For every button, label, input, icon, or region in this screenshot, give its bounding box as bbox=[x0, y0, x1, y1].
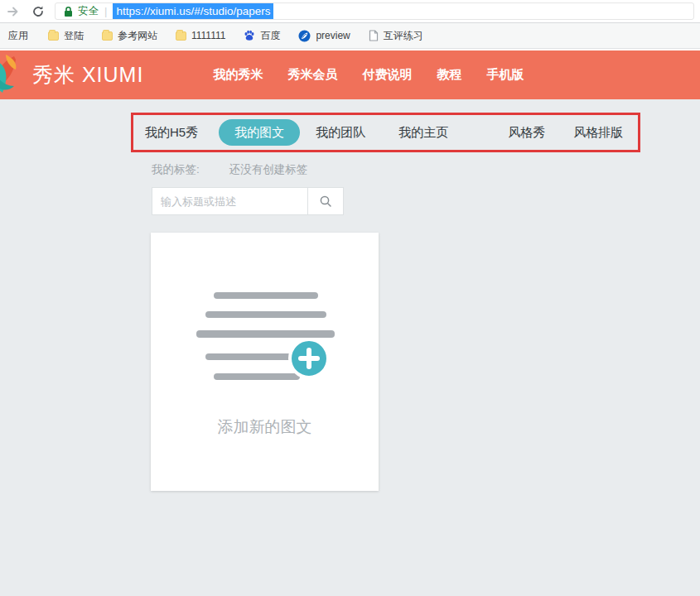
secure-lock-icon bbox=[64, 6, 73, 17]
secure-label: 安全 bbox=[78, 4, 99, 18]
forward-arrow-icon bbox=[7, 5, 20, 18]
page-icon bbox=[369, 30, 379, 41]
studio-tabs-highlighted: 我的H5秀 我的图文 我的团队 我的主页 风格秀 风格排版 bbox=[131, 113, 640, 152]
apps-label[interactable]: 应用 bbox=[8, 29, 28, 43]
text-line bbox=[196, 330, 335, 338]
bookmark-label: preview bbox=[316, 30, 350, 41]
url-text-selected[interactable]: https://xiumi.us/#/studio/papers bbox=[113, 3, 273, 19]
address-separator: | bbox=[104, 5, 107, 17]
bookmark-folder-reference[interactable]: 参考网站 bbox=[102, 29, 157, 43]
address-bar[interactable]: 安全 | https://xiumi.us/#/studio/papers bbox=[55, 2, 694, 20]
bookmark-folder-login[interactable]: 登陆 bbox=[48, 29, 84, 43]
bookmark-label: 登陆 bbox=[64, 29, 84, 43]
logo-text[interactable]: 秀米 XIUMI bbox=[32, 61, 143, 89]
studio-content: 我的H5秀 我的图文 我的团队 我的主页 风格秀 风格排版 我的标签: 还没有创… bbox=[0, 99, 700, 596]
bookmark-label: 参考网站 bbox=[118, 29, 157, 43]
add-plus-icon bbox=[288, 338, 330, 379]
search-input[interactable] bbox=[152, 187, 307, 215]
search-button[interactable] bbox=[307, 187, 344, 215]
bookmark-preview[interactable]: preview bbox=[298, 30, 350, 42]
folder-icon bbox=[48, 31, 59, 41]
nav-mobile[interactable]: 手机版 bbox=[486, 67, 524, 83]
nav-tutorial[interactable]: 教程 bbox=[437, 67, 461, 83]
bookmark-label: 1111111 bbox=[191, 30, 225, 41]
site-nav: 我的秀米 秀米会员 付费说明 教程 手机版 bbox=[213, 67, 548, 83]
search-row bbox=[152, 187, 344, 215]
nav-membership[interactable]: 秀米会员 bbox=[287, 67, 337, 83]
text-line bbox=[214, 292, 318, 299]
tags-row: 我的标签: 还没有创建标签 bbox=[152, 162, 307, 177]
browser-toolbar: 安全 | https://xiumi.us/#/studio/papers bbox=[0, 0, 700, 22]
baidu-paw-icon bbox=[244, 30, 255, 41]
nav-payment-info[interactable]: 付费说明 bbox=[362, 67, 412, 83]
tab-my-homepage[interactable]: 我的主页 bbox=[398, 125, 448, 141]
add-card-label: 添加新的图文 bbox=[151, 416, 379, 438]
forward-button[interactable] bbox=[5, 3, 22, 20]
tab-style-layout[interactable]: 风格排版 bbox=[573, 125, 623, 141]
tags-empty-text: 还没有创建标签 bbox=[229, 162, 308, 177]
folder-icon bbox=[102, 31, 113, 41]
text-line bbox=[205, 311, 326, 318]
text-line bbox=[214, 373, 300, 380]
xiumi-logo-icon bbox=[0, 55, 29, 96]
search-icon bbox=[319, 195, 332, 208]
tab-my-papers-active[interactable]: 我的图文 bbox=[219, 119, 300, 146]
add-new-paper-card[interactable]: 添加新的图文 bbox=[151, 233, 379, 491]
bookmark-baidu[interactable]: 百度 bbox=[244, 29, 280, 43]
tab-style-show[interactable]: 风格秀 bbox=[508, 125, 545, 141]
site-header: 秀米 XIUMI 我的秀米 秀米会员 付费说明 教程 手机版 bbox=[0, 50, 700, 99]
reload-icon bbox=[31, 5, 45, 18]
tab-my-h5[interactable]: 我的H5秀 bbox=[145, 125, 198, 141]
nav-my-xiumi[interactable]: 我的秀米 bbox=[213, 67, 263, 83]
preview-favicon bbox=[298, 30, 311, 42]
reload-button[interactable] bbox=[30, 3, 46, 20]
bookmark-label: 百度 bbox=[260, 29, 280, 43]
tab-my-team[interactable]: 我的团队 bbox=[316, 125, 365, 141]
folder-icon bbox=[176, 31, 186, 41]
bookmark-peer-review[interactable]: 互评练习 bbox=[369, 29, 423, 43]
bookmark-folder-1111111[interactable]: 1111111 bbox=[176, 30, 225, 41]
bookmarks-bar: 应用 登陆 参考网站 1111111 百度 preview bbox=[0, 23, 700, 49]
bookmark-label: 互评练习 bbox=[384, 29, 423, 43]
tags-label: 我的标签: bbox=[152, 162, 200, 177]
